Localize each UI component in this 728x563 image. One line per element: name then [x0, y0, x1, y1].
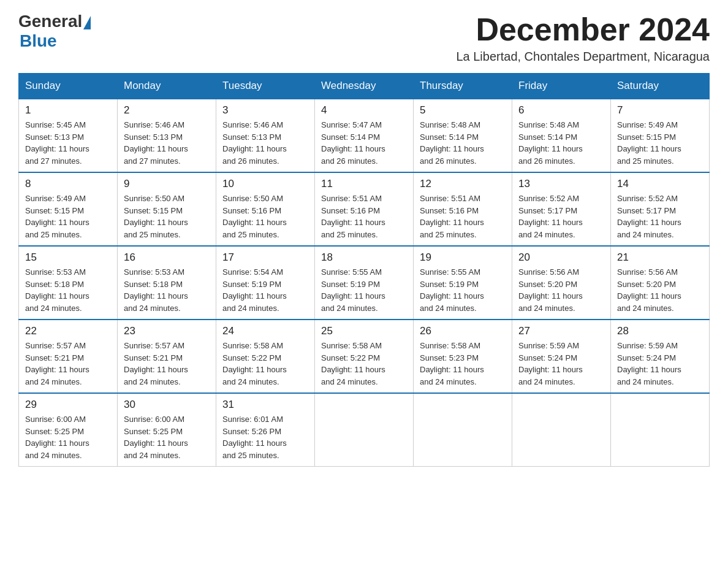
day-number: 10: [222, 178, 308, 190]
calendar-week-row: 15 Sunrise: 5:53 AM Sunset: 5:18 PM Dayl…: [19, 246, 710, 320]
day-number: 17: [222, 251, 308, 264]
day-number: 12: [420, 178, 506, 190]
day-number: 5: [420, 104, 506, 117]
day-info: Sunrise: 5:48 AM Sunset: 5:14 PM Dayligh…: [420, 119, 506, 167]
calendar-cell: 11 Sunrise: 5:51 AM Sunset: 5:16 PM Dayl…: [315, 172, 414, 246]
calendar-week-row: 22 Sunrise: 5:57 AM Sunset: 5:21 PM Dayl…: [19, 320, 710, 393]
calendar-header-saturday: Saturday: [611, 74, 710, 99]
day-info: Sunrise: 6:00 AM Sunset: 5:25 PM Dayligh…: [124, 413, 210, 461]
day-info: Sunrise: 5:48 AM Sunset: 5:14 PM Dayligh…: [518, 119, 604, 167]
day-number: 2: [124, 104, 210, 117]
day-info: Sunrise: 5:53 AM Sunset: 5:18 PM Dayligh…: [124, 266, 210, 314]
calendar-cell: 18 Sunrise: 5:55 AM Sunset: 5:19 PM Dayl…: [315, 246, 414, 320]
logo-triangle-icon: [83, 16, 91, 29]
calendar-cell: 2 Sunrise: 5:46 AM Sunset: 5:13 PM Dayli…: [118, 99, 216, 172]
day-number: 30: [124, 399, 210, 411]
day-info: Sunrise: 5:59 AM Sunset: 5:24 PM Dayligh…: [518, 340, 604, 388]
day-info: Sunrise: 5:52 AM Sunset: 5:17 PM Dayligh…: [617, 193, 703, 240]
calendar-cell: 12 Sunrise: 5:51 AM Sunset: 5:16 PM Dayl…: [414, 172, 512, 246]
day-info: Sunrise: 5:55 AM Sunset: 5:19 PM Dayligh…: [321, 266, 407, 314]
day-number: 29: [25, 399, 111, 411]
location-text: La Libertad, Chontales Department, Nicar…: [456, 50, 710, 64]
day-info: Sunrise: 5:58 AM Sunset: 5:23 PM Dayligh…: [420, 340, 506, 388]
day-number: 28: [617, 325, 703, 337]
day-number: 3: [222, 104, 308, 117]
day-number: 21: [617, 251, 703, 264]
day-number: 15: [25, 251, 111, 264]
day-number: 22: [25, 325, 111, 337]
day-info: Sunrise: 5:46 AM Sunset: 5:13 PM Dayligh…: [124, 119, 210, 167]
calendar-cell: 15 Sunrise: 5:53 AM Sunset: 5:18 PM Dayl…: [19, 246, 118, 320]
calendar-header-wednesday: Wednesday: [315, 74, 414, 99]
day-info: Sunrise: 5:47 AM Sunset: 5:14 PM Dayligh…: [321, 119, 407, 167]
day-number: 11: [321, 178, 407, 190]
calendar-cell: 17 Sunrise: 5:54 AM Sunset: 5:19 PM Dayl…: [216, 246, 315, 320]
day-number: 4: [321, 104, 407, 117]
calendar-header-thursday: Thursday: [414, 74, 512, 99]
month-title: December 2024: [456, 12, 710, 47]
calendar-cell: [512, 393, 611, 467]
calendar-cell: 22 Sunrise: 5:57 AM Sunset: 5:21 PM Dayl…: [19, 320, 118, 393]
day-number: 14: [617, 178, 703, 190]
calendar-cell: 1 Sunrise: 5:45 AM Sunset: 5:13 PM Dayli…: [19, 99, 118, 172]
day-number: 26: [420, 325, 506, 337]
day-info: Sunrise: 5:46 AM Sunset: 5:13 PM Dayligh…: [222, 119, 308, 167]
day-info: Sunrise: 5:51 AM Sunset: 5:16 PM Dayligh…: [420, 193, 506, 240]
day-number: 27: [518, 325, 604, 337]
day-number: 13: [518, 178, 604, 190]
day-info: Sunrise: 5:56 AM Sunset: 5:20 PM Dayligh…: [617, 266, 703, 314]
calendar-cell: [414, 393, 512, 467]
day-info: Sunrise: 6:00 AM Sunset: 5:25 PM Dayligh…: [25, 413, 111, 461]
calendar-cell: 14 Sunrise: 5:52 AM Sunset: 5:17 PM Dayl…: [611, 172, 710, 246]
calendar-cell: 20 Sunrise: 5:56 AM Sunset: 5:20 PM Dayl…: [512, 246, 611, 320]
day-info: Sunrise: 5:54 AM Sunset: 5:19 PM Dayligh…: [222, 266, 308, 314]
day-number: 9: [124, 178, 210, 190]
day-info: Sunrise: 5:59 AM Sunset: 5:24 PM Dayligh…: [617, 340, 703, 388]
calendar-cell: [611, 393, 710, 467]
calendar-cell: 31 Sunrise: 6:01 AM Sunset: 5:26 PM Dayl…: [216, 393, 315, 467]
day-info: Sunrise: 5:56 AM Sunset: 5:20 PM Dayligh…: [518, 266, 604, 314]
day-number: 8: [25, 178, 111, 190]
calendar-cell: 9 Sunrise: 5:50 AM Sunset: 5:15 PM Dayli…: [118, 172, 216, 246]
calendar-cell: 8 Sunrise: 5:49 AM Sunset: 5:15 PM Dayli…: [19, 172, 118, 246]
day-number: 19: [420, 251, 506, 264]
day-info: Sunrise: 5:49 AM Sunset: 5:15 PM Dayligh…: [617, 119, 703, 167]
day-number: 1: [25, 104, 111, 117]
calendar-header-row: SundayMondayTuesdayWednesdayThursdayFrid…: [19, 74, 710, 99]
logo: General Blue: [18, 12, 91, 51]
day-number: 25: [321, 325, 407, 337]
day-number: 31: [222, 399, 308, 411]
day-number: 24: [222, 325, 308, 337]
calendar-cell: 26 Sunrise: 5:58 AM Sunset: 5:23 PM Dayl…: [414, 320, 512, 393]
day-info: Sunrise: 5:49 AM Sunset: 5:15 PM Dayligh…: [25, 193, 111, 240]
calendar-cell: 21 Sunrise: 5:56 AM Sunset: 5:20 PM Dayl…: [611, 246, 710, 320]
calendar-cell: 24 Sunrise: 5:58 AM Sunset: 5:22 PM Dayl…: [216, 320, 315, 393]
day-info: Sunrise: 5:45 AM Sunset: 5:13 PM Dayligh…: [25, 119, 111, 167]
calendar-cell: 19 Sunrise: 5:55 AM Sunset: 5:19 PM Dayl…: [414, 246, 512, 320]
day-info: Sunrise: 5:57 AM Sunset: 5:21 PM Dayligh…: [25, 340, 111, 388]
day-info: Sunrise: 5:57 AM Sunset: 5:21 PM Dayligh…: [124, 340, 210, 388]
day-info: Sunrise: 5:58 AM Sunset: 5:22 PM Dayligh…: [222, 340, 308, 388]
calendar-header-sunday: Sunday: [19, 74, 118, 99]
calendar-cell: [315, 393, 414, 467]
day-info: Sunrise: 5:51 AM Sunset: 5:16 PM Dayligh…: [321, 193, 407, 240]
calendar-week-row: 8 Sunrise: 5:49 AM Sunset: 5:15 PM Dayli…: [19, 172, 710, 246]
day-number: 7: [617, 104, 703, 117]
day-number: 16: [124, 251, 210, 264]
calendar-cell: 27 Sunrise: 5:59 AM Sunset: 5:24 PM Dayl…: [512, 320, 611, 393]
calendar-cell: 4 Sunrise: 5:47 AM Sunset: 5:14 PM Dayli…: [315, 99, 414, 172]
calendar-cell: 6 Sunrise: 5:48 AM Sunset: 5:14 PM Dayli…: [512, 99, 611, 172]
calendar-cell: 5 Sunrise: 5:48 AM Sunset: 5:14 PM Dayli…: [414, 99, 512, 172]
calendar-cell: 10 Sunrise: 5:50 AM Sunset: 5:16 PM Dayl…: [216, 172, 315, 246]
calendar-cell: 13 Sunrise: 5:52 AM Sunset: 5:17 PM Dayl…: [512, 172, 611, 246]
title-section: December 2024 La Libertad, Chontales Dep…: [456, 12, 710, 64]
calendar-cell: 23 Sunrise: 5:57 AM Sunset: 5:21 PM Dayl…: [118, 320, 216, 393]
logo-general-text: General: [18, 12, 82, 31]
calendar-table: SundayMondayTuesdayWednesdayThursdayFrid…: [18, 73, 710, 467]
calendar-cell: 16 Sunrise: 5:53 AM Sunset: 5:18 PM Dayl…: [118, 246, 216, 320]
day-number: 20: [518, 251, 604, 264]
calendar-week-row: 29 Sunrise: 6:00 AM Sunset: 5:25 PM Dayl…: [19, 393, 710, 467]
logo-blue-text: Blue: [20, 31, 57, 51]
day-number: 23: [124, 325, 210, 337]
calendar-week-row: 1 Sunrise: 5:45 AM Sunset: 5:13 PM Dayli…: [19, 99, 710, 172]
